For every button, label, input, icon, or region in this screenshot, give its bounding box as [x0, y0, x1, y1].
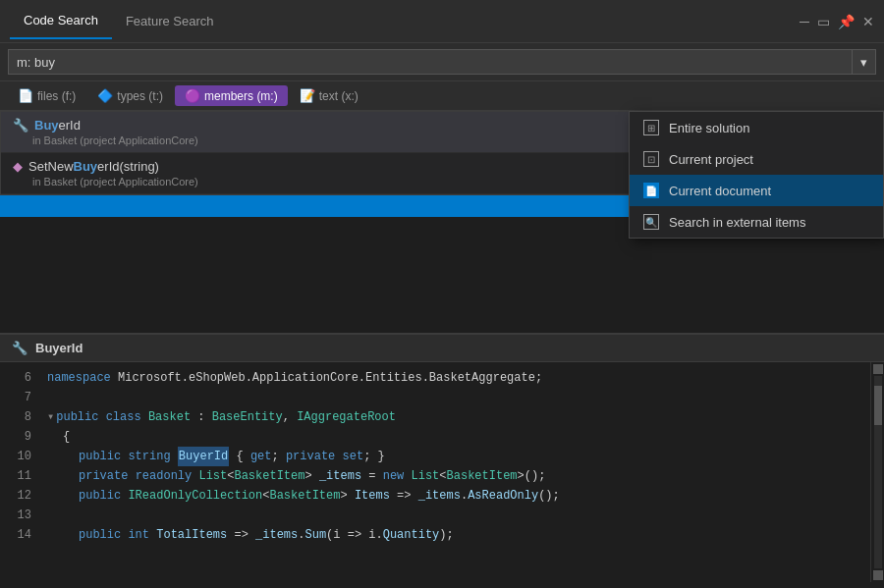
text-icon: 📝: [300, 88, 315, 103]
line-num-14: 14: [10, 525, 31, 545]
code-header: 🔧 BuyerId: [0, 335, 884, 362]
filter-tab-types-label: types (t:): [117, 89, 163, 103]
scope-dropdown-button[interactable]: ▾: [853, 49, 876, 75]
line-num-11: 11: [10, 466, 31, 486]
code-line-12: public IReadOnlyCollection<BasketItem> I…: [47, 486, 858, 506]
line-num-8: 8: [10, 407, 31, 427]
scope-dropdown-menu: ⊞ Entire solution ⊡ Current project 📄 Cu…: [629, 111, 884, 239]
line-num-6: 6: [10, 368, 31, 388]
result-name-1: BuyerId: [34, 118, 81, 133]
tab-feature-search[interactable]: Feature Search: [112, 4, 228, 38]
search-input[interactable]: [8, 49, 853, 75]
code-line-14: public int TotalItems => _items.Sum(i =>…: [47, 525, 858, 545]
code-header-icon: 🔧: [12, 341, 28, 355]
code-line-8: ▾public class Basket : BaseEntity, IAggr…: [47, 407, 858, 427]
entire-solution-icon: ⊞: [643, 120, 659, 135]
filter-tab-text[interactable]: 📝 text (x:): [290, 85, 368, 106]
entire-solution-label: Entire solution: [669, 121, 749, 135]
kw-namespace: namespace: [47, 368, 111, 388]
dropdown-current-document[interactable]: 📄 Current document: [630, 175, 883, 206]
current-document-label: Current document: [669, 184, 771, 198]
line-num-9: 9: [10, 427, 31, 447]
code-line-6: namespace Microsoft.eShopWeb.Application…: [47, 368, 858, 388]
filter-tab-text-label: text (x:): [319, 89, 359, 103]
minimize-icon[interactable]: ─: [800, 14, 809, 29]
filter-tab-files-label: files (f:): [37, 89, 76, 103]
current-project-icon: ⊡: [643, 151, 659, 167]
code-panel: 🔧 BuyerId 6 7 8 9 10 11 12 13 14 namespa…: [0, 333, 884, 588]
code-line-9: {: [47, 427, 858, 447]
window-controls: ─ ▭ 📌 ✕: [800, 14, 874, 29]
filter-tab-files[interactable]: 📄 files (f:): [8, 85, 85, 106]
scroll-up-btn[interactable]: [873, 364, 883, 374]
line-num-13: 13: [10, 506, 31, 525]
scrollbar[interactable]: [870, 362, 884, 582]
code-editor[interactable]: namespace Microsoft.eShopWeb.Application…: [35, 362, 870, 582]
highlight-buyerid: BuyerId: [178, 447, 229, 466]
code-line-7: [47, 388, 858, 407]
filter-tab-members-label: members (m:): [204, 89, 278, 103]
code-panel-title: BuyerId: [35, 341, 83, 355]
collapse-arrow[interactable]: ▾: [47, 407, 54, 427]
result-rest-1: erId: [59, 118, 81, 133]
close-icon[interactable]: ✕: [862, 14, 874, 29]
code-line-13: [47, 506, 858, 525]
current-document-icon: 📄: [643, 183, 659, 198]
scope-dropdown-icon: ▾: [860, 55, 867, 70]
result-highlight-1: Buy: [34, 118, 59, 133]
result-pre-2: SetNew: [28, 159, 74, 174]
wrench-icon: 🔧: [13, 118, 28, 133]
search-input-row: ▾: [8, 49, 876, 75]
files-icon: 📄: [18, 88, 33, 103]
search-external-label: Search in external items: [669, 215, 805, 230]
result-name-2: SetNewBuyerId(string): [28, 159, 159, 174]
pin-icon[interactable]: 📌: [838, 14, 855, 29]
current-project-label: Current project: [669, 152, 753, 167]
scroll-track[interactable]: [874, 376, 882, 568]
search-external-icon: 🔍: [643, 214, 659, 230]
filter-tab-types[interactable]: 🔷 types (t:): [87, 85, 173, 106]
line-numbers: 6 7 8 9 10 11 12 13 14: [0, 362, 35, 582]
result-rest-2: erId(string): [97, 159, 159, 174]
dropdown-current-project[interactable]: ⊡ Current project: [630, 143, 883, 175]
line-num-10: 10: [10, 447, 31, 466]
members-icon: 🟣: [185, 88, 200, 103]
restore-icon[interactable]: ▭: [817, 14, 830, 29]
code-content: 6 7 8 9 10 11 12 13 14 namespace Microso…: [0, 362, 884, 582]
scroll-thumb[interactable]: [874, 386, 882, 425]
types-icon: 🔷: [97, 88, 113, 103]
line-num-7: 7: [10, 388, 31, 407]
line-num-12: 12: [10, 486, 31, 506]
scroll-down-btn[interactable]: [873, 570, 883, 580]
search-area: ▾: [0, 43, 884, 81]
member-icon: ◆: [13, 159, 23, 174]
tab-code-search[interactable]: Code Search: [10, 3, 112, 39]
code-line-11: private readonly List<BasketItem> _items…: [47, 466, 858, 486]
filter-tabs: 📄 files (f:) 🔷 types (t:) 🟣 members (m:)…: [0, 81, 884, 111]
results-section: 🔧 BuyerId in Basket (project Application…: [0, 111, 884, 195]
filter-tab-members[interactable]: 🟣 members (m:): [175, 85, 288, 106]
result-highlight-2: Buy: [74, 159, 98, 174]
dropdown-search-external[interactable]: 🔍 Search in external items: [630, 206, 883, 238]
dropdown-entire-solution[interactable]: ⊞ Entire solution: [630, 112, 883, 143]
code-line-10: public string BuyerId { get; private set…: [47, 447, 858, 466]
title-bar: Code Search Feature Search ─ ▭ 📌 ✕: [0, 0, 884, 43]
